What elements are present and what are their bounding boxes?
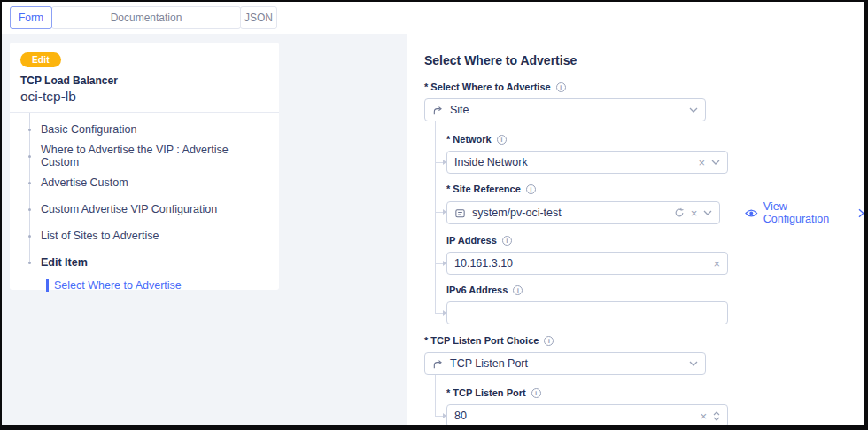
sidebar-item-label: Where to Advertise the VIP : Advertise C…	[41, 144, 268, 168]
site-reference-row: system/pv-oci-test ×	[446, 200, 864, 225]
sidebar-item-label: Advertise Custom	[41, 176, 128, 189]
chevron-right-icon	[858, 208, 864, 218]
info-icon[interactable]: i	[531, 388, 541, 398]
tree-connector	[435, 313, 443, 314]
clear-icon[interactable]: ×	[700, 410, 707, 422]
where-to-advertise-label: * Select Where to Advertise i	[424, 82, 864, 93]
eye-icon	[745, 208, 758, 218]
refresh-icon[interactable]	[674, 207, 685, 218]
config-sidebar: Edit TCP Load Balancer oci-tcp-lb Basic …	[10, 43, 279, 290]
tcp-listen-port-field-block: * TCP Listen Port i ×	[446, 387, 864, 427]
selected-value: system/pv-oci-test	[472, 207, 668, 219]
tcp-port-nested-fields: * TCP Listen Port i ×	[446, 387, 864, 427]
ip-address-field: ×	[446, 252, 728, 275]
info-icon[interactable]: i	[526, 184, 536, 194]
tree-dot-icon	[28, 262, 31, 264]
chevron-down-icon	[689, 107, 698, 113]
ip-address-field-block: IP Address i ×	[446, 235, 864, 275]
tree-dot-icon	[28, 208, 31, 211]
field-label-text: IP Address	[446, 235, 497, 246]
site-nested-fields: * Network i Inside Network × * Site Refe…	[446, 134, 864, 324]
tcp-listen-port-field: ×	[446, 404, 728, 427]
sidebar-item-label: List of Sites to Advertise	[41, 230, 159, 242]
site-reference-label: * Site Reference i	[446, 184, 864, 195]
ip-address-input[interactable]	[454, 257, 707, 270]
info-icon[interactable]: i	[513, 285, 523, 295]
tree-dot-icon	[28, 155, 31, 158]
ipv6-address-label: IPv6 Address i	[446, 285, 864, 296]
chevron-down-icon	[703, 210, 712, 215]
stepper-up-icon[interactable]	[713, 411, 720, 416]
tree-arrow-icon	[443, 160, 446, 165]
view-configuration-link[interactable]: View Configuration	[745, 200, 864, 225]
tcp-listen-port-choice-label: * TCP Listen Port Choice i	[424, 335, 864, 347]
tcp-listen-port-choice-select[interactable]: TCP Listen Port	[424, 352, 706, 375]
object-name: oci-tcp-lb	[20, 89, 268, 105]
clear-icon[interactable]: ×	[698, 157, 705, 168]
tree-arrow-icon	[443, 413, 446, 418]
number-stepper[interactable]	[713, 411, 720, 421]
site-reference-field-block: * Site Reference i system/pv-oci-test	[446, 184, 864, 225]
chevron-down-icon	[711, 160, 720, 165]
tree-dot-icon	[28, 129, 31, 131]
info-icon[interactable]: i	[497, 135, 507, 145]
clear-icon[interactable]: ×	[713, 258, 720, 270]
sidebar-item-label: Basic Configuration	[41, 123, 136, 136]
network-field-block: * Network i Inside Network ×	[446, 134, 864, 174]
ipv6-address-field	[446, 301, 728, 324]
info-icon[interactable]: i	[502, 236, 512, 246]
app-window: Form Documentation JSON Edit TCP Load Ba…	[0, 0, 868, 430]
edit-mode-badge: Edit	[20, 52, 61, 67]
ipv6-address-input[interactable]	[454, 307, 720, 319]
tree-connector	[435, 375, 436, 416]
object-type-label: TCP Load Balancer	[20, 74, 268, 87]
view-tabbar: Form Documentation JSON	[2, 2, 864, 34]
selected-value: TCP Listen Port	[450, 357, 683, 370]
tree-connector	[435, 162, 443, 163]
tree-arrow-icon	[443, 209, 446, 215]
field-label-text: IPv6 Address	[446, 285, 508, 296]
site-reference-select[interactable]: system/pv-oci-test ×	[446, 201, 720, 224]
tree-connector	[435, 212, 443, 213]
sidebar-item-custom-advertise-vip-configuration[interactable]: Custom Advertise VIP Configuration	[20, 196, 268, 223]
info-icon[interactable]: i	[556, 82, 566, 92]
sidebar-item-advertise-custom[interactable]: Advertise Custom	[20, 169, 268, 196]
network-label: * Network i	[446, 134, 864, 145]
tree-connector	[435, 263, 443, 264]
tcp-listen-port-label: * TCP Listen Port i	[446, 387, 864, 399]
sidebar-item-where-to-advertise-vip[interactable]: Where to Advertise the VIP : Advertise C…	[20, 143, 268, 169]
tree-connector	[435, 416, 443, 417]
link-label: View Configuration	[763, 200, 853, 225]
chevron-down-icon	[689, 361, 698, 366]
sidebar-item-label: Edit Item	[41, 256, 88, 269]
tab-documentation[interactable]: Documentation	[51, 6, 241, 29]
form-panel: Select Where to Advertise * Select Where…	[407, 34, 864, 425]
network-select[interactable]: Inside Network ×	[446, 151, 728, 174]
tree-arrow-icon	[443, 310, 446, 316]
field-label-text: * TCP Listen Port Choice	[424, 335, 539, 347]
clear-icon[interactable]: ×	[691, 207, 698, 219]
section-nav: Basic Configuration Where to Advertise t…	[20, 113, 268, 295]
stepper-down-icon[interactable]	[713, 417, 720, 421]
reference-object-icon	[454, 207, 466, 219]
page-title: Select Where to Advertise	[424, 53, 864, 67]
tree-arrow-icon	[443, 261, 446, 266]
sidebar-item-list-of-sites-to-advertise[interactable]: List of Sites to Advertise	[20, 223, 268, 249]
sidebar-item-label: Custom Advertise VIP Configuration	[41, 203, 217, 215]
field-label-text: * Network	[446, 134, 492, 145]
tree-dot-icon	[28, 235, 31, 238]
tab-form[interactable]: Form	[10, 6, 52, 29]
sidebar-item-select-where-to-advertise-active[interactable]: Select Where to Advertise	[20, 276, 268, 295]
where-to-advertise-select[interactable]: Site	[424, 98, 706, 121]
sidebar-item-edit-item[interactable]: Edit Item	[20, 249, 268, 276]
info-icon[interactable]: i	[544, 336, 554, 346]
tcp-listen-port-input[interactable]	[454, 410, 694, 422]
selected-value: Inside Network	[454, 156, 692, 168]
tab-json[interactable]: JSON	[240, 6, 277, 29]
branch-icon	[432, 358, 444, 370]
ip-address-label: IP Address i	[446, 235, 864, 246]
ipv6-address-field-block: IPv6 Address i	[446, 285, 864, 324]
sidebar-item-basic-configuration[interactable]: Basic Configuration	[20, 116, 268, 143]
tree-connector	[435, 272, 436, 313]
field-label-text: * TCP Listen Port	[446, 387, 526, 399]
